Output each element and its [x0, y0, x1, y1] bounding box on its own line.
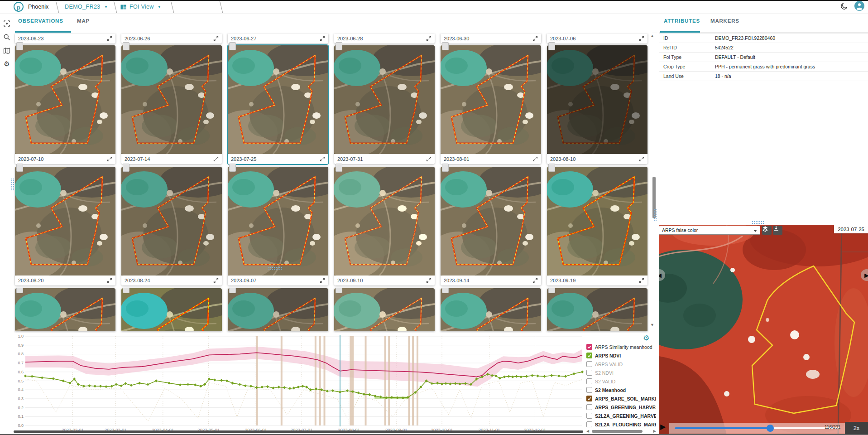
tile-checkbox[interactable]: [229, 288, 236, 293]
user-avatar[interactable]: [854, 1, 864, 13]
satellite-thumbnail[interactable]: [547, 45, 647, 154]
expand-icon[interactable]: [213, 278, 219, 283]
observation-card-footer[interactable]: 2023-06-27: [228, 34, 328, 44]
legend-horizontal-scrollbar[interactable]: ◀ ▶: [586, 429, 656, 434]
legend-item[interactable]: S2 VALID: [586, 377, 656, 386]
expand-icon[interactable]: [320, 278, 325, 283]
tile-checkbox[interactable]: [336, 288, 342, 293]
satellite-thumbnail[interactable]: [121, 288, 222, 331]
legend-item[interactable]: S2 NDVI: [586, 368, 656, 377]
observation-card[interactable]: 2023-08-10: [547, 45, 647, 164]
satellite-thumbnail[interactable]: [334, 45, 435, 154]
satellite-thumbnail[interactable]: [15, 167, 115, 276]
observation-card-footer[interactable]: 2023-06-30: [441, 34, 541, 44]
tile-checkbox[interactable]: [548, 42, 555, 50]
panel-resize-grip[interactable]: [11, 178, 15, 191]
tile-checkbox[interactable]: [229, 164, 236, 172]
satellite-thumbnail[interactable]: [441, 167, 541, 276]
tile-checkbox[interactable]: [548, 288, 555, 293]
satellite-thumbnail[interactable]: [334, 288, 435, 331]
legend-item[interactable]: ARPS NDVI: [586, 351, 656, 360]
tile-checkbox[interactable]: [548, 164, 555, 172]
legend-checkbox[interactable]: [586, 370, 592, 376]
tile-checkbox[interactable]: [442, 42, 449, 50]
phoenix-logo-icon[interactable]: p: [14, 2, 24, 12]
observation-card[interactable]: 2023-07-10: [15, 45, 115, 164]
expand-icon[interactable]: [426, 278, 432, 283]
panel-resize-grip[interactable]: [268, 266, 282, 271]
expand-icon[interactable]: [426, 156, 432, 162]
map-icon[interactable]: [3, 47, 10, 54]
observation-card[interactable]: [441, 288, 541, 331]
observation-card[interactable]: 2023-08-24: [121, 167, 222, 285]
satellite-thumbnail[interactable]: [228, 45, 328, 154]
grid-scroll-up-icon[interactable]: ▲: [650, 34, 654, 38]
playback-slider-thumb[interactable]: [767, 425, 774, 432]
observation-card[interactable]: 2023-07-14: [121, 45, 222, 164]
tab-attributes[interactable]: ATTRIBUTES: [664, 18, 700, 24]
legend-checkbox-checked[interactable]: [586, 344, 592, 350]
tile-checkbox[interactable]: [336, 164, 342, 172]
expand-icon[interactable]: [107, 36, 112, 41]
legend-item[interactable]: S2L2A_PLOUGHING_MARKE: [586, 420, 656, 429]
panel-resize-grip[interactable]: [752, 221, 765, 225]
layer-select[interactable]: ARPS false color: [659, 226, 760, 235]
download-button[interactable]: [773, 226, 782, 235]
expand-icon[interactable]: [532, 156, 538, 162]
satellite-thumbnail[interactable]: [121, 45, 222, 154]
dark-mode-icon[interactable]: [840, 2, 848, 12]
tile-checkbox[interactable]: [336, 42, 342, 50]
observation-card[interactable]: 2023-07-31: [334, 45, 435, 164]
expand-icon[interactable]: [639, 278, 644, 283]
observation-card-selected[interactable]: 2023-07-25: [228, 45, 328, 164]
legend-checkbox[interactable]: [586, 404, 592, 410]
grid-scroll-down-icon[interactable]: ▼: [650, 323, 654, 327]
observation-card-footer[interactable]: 2023-06-23: [15, 34, 115, 44]
expand-icon[interactable]: [532, 36, 538, 41]
tab-markers[interactable]: MARKERS: [710, 18, 739, 24]
tab-observations[interactable]: OBSERVATIONS: [18, 18, 63, 24]
legend-scrollbar-thumb[interactable]: [592, 430, 643, 433]
chart-horizontal-scrollbar[interactable]: [14, 430, 583, 433]
tile-checkbox[interactable]: [123, 164, 129, 172]
tile-checkbox[interactable]: [442, 164, 449, 172]
observation-card-footer[interactable]: 2023-06-28: [334, 34, 435, 44]
observation-card[interactable]: [547, 288, 647, 331]
satellite-thumbnail[interactable]: [15, 45, 115, 154]
satellite-thumbnail[interactable]: [547, 167, 647, 276]
tile-checkbox[interactable]: [16, 288, 23, 293]
focus-icon[interactable]: [3, 20, 10, 27]
tile-checkbox[interactable]: [16, 164, 23, 172]
satellite-thumbnail[interactable]: [228, 167, 328, 276]
playback-slider[interactable]: [675, 427, 840, 429]
play-icon[interactable]: ▶: [660, 422, 666, 431]
panel-resize-grip[interactable]: [653, 208, 657, 221]
observation-card[interactable]: [334, 288, 435, 331]
search-icon[interactable]: [3, 34, 10, 41]
observation-card[interactable]: 2023-08-01: [441, 45, 541, 164]
foi-view-menu[interactable]: FOI View▾: [120, 0, 160, 14]
project-menu[interactable]: DEMO_FR23▾: [65, 0, 107, 14]
legend-checkbox[interactable]: [586, 387, 592, 393]
legend-item[interactable]: ARPS_GREENING_HARVEST: [586, 403, 656, 411]
observation-card[interactable]: [228, 288, 328, 331]
satellite-thumbnail[interactable]: [15, 288, 115, 331]
satellite-thumbnail[interactable]: [334, 167, 435, 276]
observation-card-footer[interactable]: 2023-07-06: [547, 34, 647, 44]
playback-speed-button[interactable]: 2x: [845, 422, 868, 434]
expand-icon[interactable]: [107, 278, 112, 283]
observation-card[interactable]: 2023-09-19: [547, 167, 647, 285]
tile-checkbox[interactable]: [442, 288, 449, 293]
satellite-thumbnail[interactable]: [121, 167, 222, 276]
tab-map[interactable]: MAP: [77, 18, 90, 24]
legend-checkbox-checked[interactable]: [586, 353, 592, 358]
scroll-right-icon[interactable]: ▶: [653, 429, 656, 433]
observation-card[interactable]: 2023-09-10: [334, 167, 435, 285]
satellite-thumbnail[interactable]: [441, 45, 541, 154]
legend-checkbox[interactable]: [586, 413, 592, 419]
legend-item[interactable]: ARPS Similarity meanhood: [586, 343, 656, 351]
legend-item[interactable]: S2L2A_GREENING_HARVES: [586, 411, 656, 420]
observation-card[interactable]: 2023-08-20: [15, 167, 115, 285]
expand-icon[interactable]: [213, 36, 219, 41]
expand-icon[interactable]: [639, 36, 644, 41]
